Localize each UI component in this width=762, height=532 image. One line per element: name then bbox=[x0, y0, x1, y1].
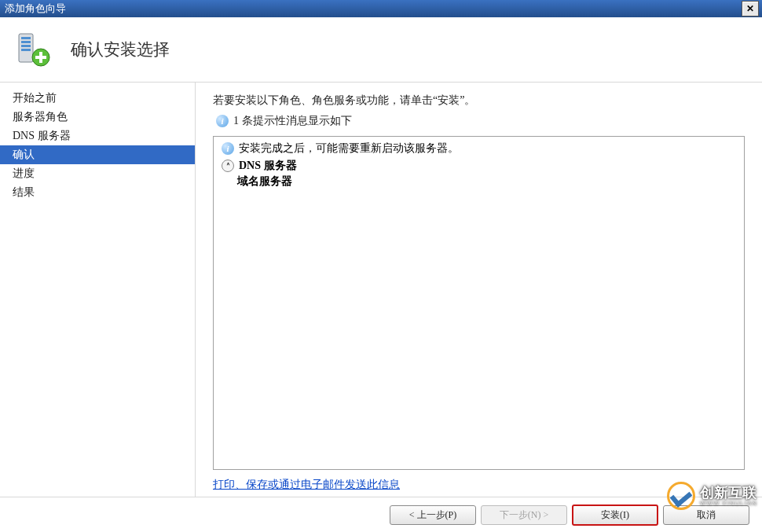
watermark-subtext: WWW.XINULIAN bbox=[700, 500, 757, 507]
watermark-text: 创新互联 bbox=[700, 486, 757, 500]
role-name: DNS 服务器 bbox=[239, 159, 297, 173]
sidebar-item-before-you-begin[interactable]: 开始之前 bbox=[0, 89, 195, 108]
install-button[interactable]: 安装(I) bbox=[572, 504, 658, 526]
title-bar: 添加角色向导 ✕ bbox=[0, 0, 762, 17]
restart-warning-row: i 安装完成之后，可能需要重新启动该服务器。 bbox=[222, 141, 736, 156]
svg-rect-2 bbox=[21, 41, 31, 43]
close-button[interactable]: ✕ bbox=[742, 1, 759, 17]
info-message-line: i 1 条提示性消息显示如下 bbox=[216, 114, 745, 128]
watermark-logo-icon bbox=[667, 482, 695, 510]
watermark: 创新互联 WWW.XINULIAN bbox=[667, 482, 757, 510]
sidebar-item-results[interactable]: 结果 bbox=[0, 183, 195, 202]
svg-rect-4 bbox=[21, 49, 31, 51]
selection-list-box: i 安装完成之后，可能需要重新启动该服务器。 ˄ DNS 服务器 域名服务器 bbox=[213, 136, 745, 470]
info-icon: i bbox=[216, 115, 229, 127]
wizard-window: 添加角色向导 ✕ 确认安装选择 开始之前 服务器角色 DNS 服务器 bbox=[0, 0, 762, 532]
content-area: 若要安装以下角色、角色服务或功能，请单击“安装”。 i 1 条提示性消息显示如下… bbox=[196, 83, 762, 497]
sidebar-item-progress[interactable]: 进度 bbox=[0, 164, 195, 183]
role-row-dns[interactable]: ˄ DNS 服务器 bbox=[222, 159, 736, 173]
sidebar-item-confirmation[interactable]: 确认 bbox=[0, 145, 195, 164]
sidebar-item-server-roles[interactable]: 服务器角色 bbox=[0, 108, 195, 127]
header-area: 确认安装选择 bbox=[0, 17, 762, 83]
page-title: 确认安装选择 bbox=[71, 39, 170, 61]
previous-button[interactable]: < 上一步(P) bbox=[390, 505, 476, 525]
export-link-row: 打印、保存或通过电子邮件发送此信息 bbox=[213, 478, 745, 492]
next-button: 下一步(N) > bbox=[481, 505, 567, 525]
svg-rect-3 bbox=[21, 45, 31, 47]
collapse-icon[interactable]: ˄ bbox=[222, 160, 234, 172]
svg-rect-7 bbox=[35, 56, 46, 59]
print-save-email-link[interactable]: 打印、保存或通过电子邮件发送此信息 bbox=[213, 479, 400, 490]
service-row-dns: 域名服务器 bbox=[237, 174, 736, 189]
restart-warning-text: 安装完成之后，可能需要重新启动该服务器。 bbox=[239, 141, 459, 156]
button-bar: < 上一步(P) 下一步(N) > 安装(I) 取消 bbox=[0, 497, 762, 532]
svg-rect-1 bbox=[21, 37, 31, 39]
info-icon: i bbox=[222, 142, 234, 155]
close-icon: ✕ bbox=[746, 3, 754, 14]
body-area: 开始之前 服务器角色 DNS 服务器 确认 进度 结果 若要安装以下角色、角色服… bbox=[0, 83, 762, 497]
sidebar-item-dns-server[interactable]: DNS 服务器 bbox=[0, 127, 195, 145]
info-text: 1 条提示性消息显示如下 bbox=[233, 114, 352, 128]
intro-text: 若要安装以下角色、角色服务或功能，请单击“安装”。 bbox=[213, 94, 745, 108]
sidebar: 开始之前 服务器角色 DNS 服务器 确认 进度 结果 bbox=[0, 83, 196, 497]
window-title: 添加角色向导 bbox=[3, 2, 742, 16]
wizard-icon bbox=[14, 31, 52, 68]
